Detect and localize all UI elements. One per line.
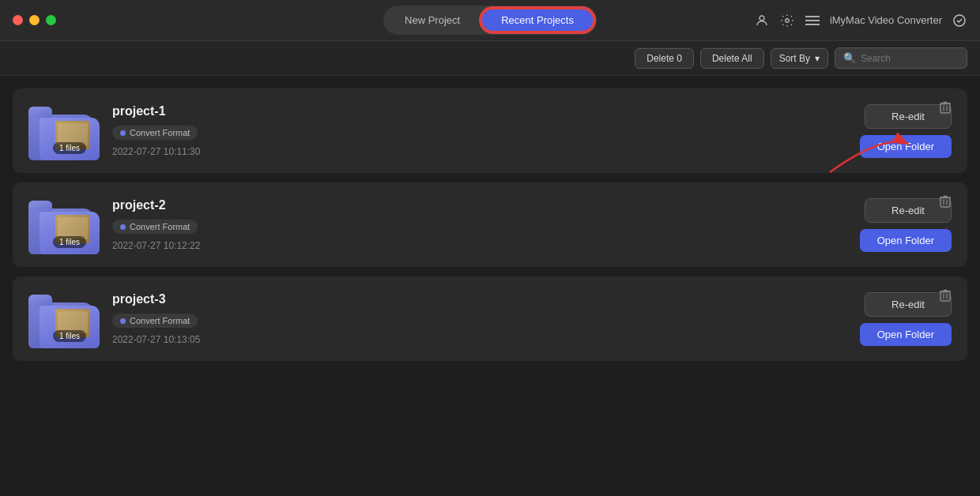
chevron-down-icon: ▾ [815, 53, 820, 64]
open-folder-button[interactable]: Open Folder [860, 135, 952, 158]
maximize-button[interactable] [46, 15, 56, 25]
menu-icon[interactable] [805, 13, 820, 28]
svg-point-1 [786, 18, 790, 22]
project-date: 2022-07-27 10:13:05 [112, 334, 847, 345]
delete-project-button[interactable] [934, 96, 956, 118]
project-tag-label: Convert Format [130, 316, 190, 325]
new-project-button[interactable]: New Project [386, 8, 479, 32]
folder-files-label: 1 files [53, 330, 86, 342]
project-card: 1 files project-2 Convert Format 2022-07… [13, 182, 967, 267]
project-info: project-2 Convert Format 2022-07-27 10:1… [112, 198, 847, 252]
svg-rect-16 [940, 291, 950, 301]
tag-dot-icon [120, 318, 126, 324]
svg-rect-6 [940, 103, 950, 113]
open-folder-button[interactable]: Open Folder [860, 229, 952, 252]
delete-project-button[interactable] [934, 190, 956, 212]
user-icon[interactable] [754, 13, 770, 28]
folder-icon: 1 files [28, 195, 100, 254]
project-info: project-1 Convert Format 2022-07-27 10:1… [112, 104, 847, 158]
close-button[interactable] [13, 15, 23, 25]
delete-button[interactable]: Delete 0 [635, 48, 694, 69]
project-tag-label: Convert Format [130, 128, 190, 137]
search-input[interactable] [861, 53, 959, 64]
nav-buttons: New Project Recent Projects [383, 6, 597, 35]
settings-icon[interactable] [779, 13, 795, 28]
project-card: 1 files project-3 Convert Format 2022-07… [13, 276, 967, 361]
main-content: 1 files project-1 Convert Format 2022-07… [0, 76, 980, 496]
titlebar-right: iMyMac Video Converter [754, 13, 967, 28]
project-tag: Convert Format [112, 126, 198, 140]
folder-files-label: 1 files [53, 236, 86, 248]
toolbar: Delete 0 Delete All Sort By ▾ 🔍 [0, 41, 980, 76]
tag-dot-icon [120, 224, 126, 230]
project-info: project-3 Convert Format 2022-07-27 10:1… [112, 292, 847, 346]
tag-dot-icon [120, 130, 126, 136]
svg-rect-11 [940, 197, 950, 207]
folder-icon: 1 files [28, 101, 100, 160]
app-icon [952, 13, 967, 28]
open-folder-button[interactable]: Open Folder [860, 323, 952, 346]
folder-icon: 1 files [28, 289, 100, 348]
minimize-button[interactable] [29, 15, 40, 25]
project-date: 2022-07-27 10:12:22 [112, 240, 847, 251]
project-card: 1 files project-1 Convert Format 2022-07… [13, 88, 967, 173]
project-tag-label: Convert Format [130, 222, 190, 231]
sort-by-select[interactable]: Sort By ▾ [771, 48, 828, 69]
search-icon: 🔍 [843, 52, 856, 64]
app-name-label: iMyMac Video Converter [830, 14, 942, 26]
traffic-lights [13, 15, 56, 25]
search-box[interactable]: 🔍 [835, 47, 967, 69]
folder-files-label: 1 files [53, 142, 86, 154]
project-name: project-2 [112, 198, 847, 212]
project-name: project-1 [112, 104, 847, 118]
recent-projects-button[interactable]: Recent Projects [481, 8, 594, 32]
delete-all-button[interactable]: Delete All [700, 48, 764, 69]
sort-by-label: Sort By [779, 53, 810, 64]
project-tag: Convert Format [112, 314, 198, 328]
project-date: 2022-07-27 10:11:30 [112, 146, 847, 157]
delete-project-button[interactable] [934, 284, 956, 306]
titlebar: New Project Recent Projects iMyMac Video… [0, 0, 980, 41]
project-name: project-3 [112, 292, 847, 306]
project-tag: Convert Format [112, 220, 198, 234]
svg-point-0 [760, 16, 764, 21]
